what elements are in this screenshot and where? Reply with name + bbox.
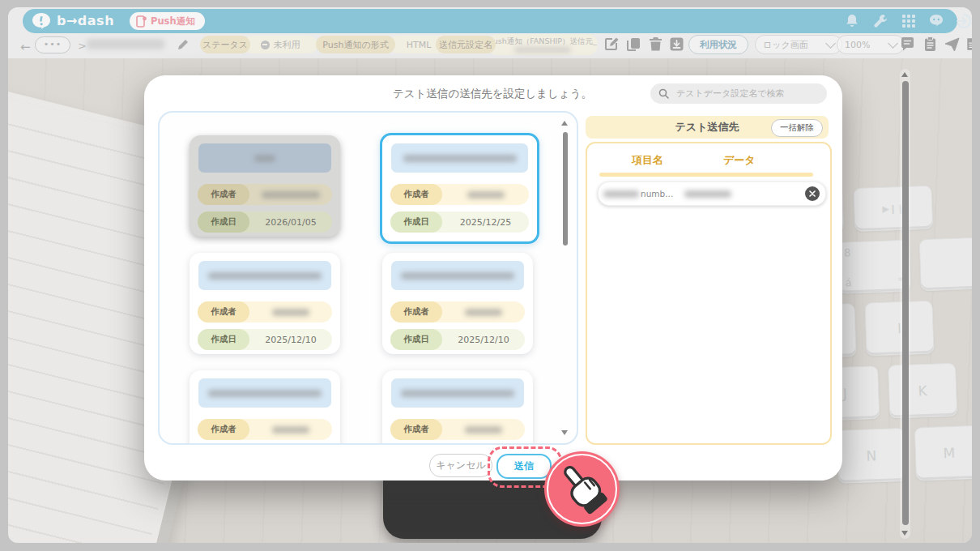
test-data-card[interactable]: 作成者 xyxy=(382,370,533,445)
card-title-redacted xyxy=(198,261,331,290)
test-data-card[interactable]: 作成者 作成日2025/12/10 xyxy=(190,253,340,354)
item-name-redacted xyxy=(603,190,639,198)
cancel-button[interactable]: キャンセル xyxy=(429,454,492,477)
destination-row: numb... xyxy=(598,182,826,206)
scroll-down-arrow[interactable] xyxy=(901,531,908,536)
card-title-redacted xyxy=(391,378,524,408)
creator-redacted xyxy=(262,191,320,199)
clear-all-button[interactable]: 一括解除 xyxy=(771,119,823,137)
test-send-modal: テスト送信の送信先を設定しましょう。 作成者 作成日2026/01/05 作成者… xyxy=(144,75,842,481)
pointing-hand-icon xyxy=(554,459,611,516)
card-list-scrollbar[interactable] xyxy=(560,119,569,437)
test-data-card[interactable]: 作成者 作成日2025/12/10 xyxy=(382,253,533,354)
column-data: データ xyxy=(723,153,756,168)
date-value: 2026/01/05 xyxy=(249,217,332,228)
creator-redacted xyxy=(272,309,309,316)
scrollbar-thumb[interactable] xyxy=(902,81,909,525)
data-redacted xyxy=(684,190,731,198)
test-destination-table: 項目名 データ numb... xyxy=(586,142,832,445)
creator-redacted xyxy=(465,426,502,434)
remove-destination-button[interactable] xyxy=(805,186,820,201)
scroll-up-arrow[interactable] xyxy=(901,72,908,77)
card-title-redacted xyxy=(391,143,528,173)
date-value: 2025/12/25 xyxy=(442,217,529,228)
scroll-down-arrow[interactable] xyxy=(561,430,568,435)
search-box[interactable] xyxy=(650,83,827,104)
date-value: 2025/12/10 xyxy=(442,335,525,345)
modal-title: テスト送信の送信先を設定しましょう。 xyxy=(274,87,711,101)
search-icon xyxy=(658,88,669,99)
creator-label: 作成者 xyxy=(390,301,442,322)
page-scrollbar[interactable] xyxy=(900,69,910,539)
creator-label: 作成者 xyxy=(198,184,249,205)
test-destination-header: テスト送信先 一括解除 xyxy=(586,116,829,139)
date-label: 作成日 xyxy=(198,329,249,350)
creator-label: 作成者 xyxy=(198,419,249,440)
creator-label: 作成者 xyxy=(198,301,249,322)
creator-redacted xyxy=(465,309,502,316)
scrollbar-thumb[interactable] xyxy=(563,132,568,246)
date-label: 作成日 xyxy=(390,329,442,350)
creator-label: 作成者 xyxy=(390,184,442,205)
card-title-redacted xyxy=(198,378,331,408)
tutorial-hand-cursor xyxy=(544,451,620,527)
test-data-card-selected[interactable]: 作成者 作成日2025/12/25 xyxy=(380,133,539,244)
app-window: ◀◀F7 ▶❙❙ & 8 á * U I J K N M xyxy=(8,7,972,543)
panel-title: テスト送信先 xyxy=(675,120,739,135)
test-data-card-disabled[interactable]: 作成者 作成日2026/01/05 xyxy=(190,135,340,237)
header-underline xyxy=(599,173,813,177)
card-title-redacted xyxy=(391,261,524,290)
column-item-name: 項目名 xyxy=(632,153,663,168)
date-label: 作成日 xyxy=(198,211,249,233)
creator-label: 作成者 xyxy=(390,419,442,440)
creator-redacted xyxy=(467,191,505,199)
test-data-card-list: 作成者 作成日2026/01/05 作成者 作成日2025/12/25 作成者 … xyxy=(158,111,578,445)
scroll-up-arrow[interactable] xyxy=(561,121,568,126)
send-button[interactable]: 送信 xyxy=(496,454,552,479)
date-value: 2025/12/10 xyxy=(249,335,332,345)
test-data-card[interactable]: 作成者 xyxy=(190,370,340,445)
date-label: 作成日 xyxy=(390,211,442,233)
item-name-hint: numb... xyxy=(641,189,673,199)
close-icon xyxy=(809,190,816,197)
card-title-redacted xyxy=(198,143,331,173)
search-input[interactable] xyxy=(675,88,799,100)
creator-redacted xyxy=(272,426,309,434)
